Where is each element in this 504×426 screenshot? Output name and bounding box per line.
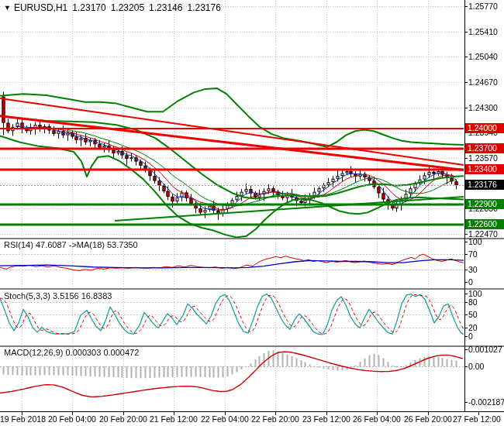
chart-title: ▼EURUSD,H11.231701.232051.231461.23176 (4, 2, 221, 13)
price-level-badge: 1.24000 (465, 123, 504, 133)
price-level-badge: 1.22900 (465, 199, 504, 209)
price-tick-label: 1.23570 (468, 153, 498, 163)
time-tick-label: 26 Feb 04:00 (353, 414, 401, 424)
time-tick-label: 21 Feb 12:00 (150, 414, 198, 424)
stoch-tick-label: 50 (468, 310, 478, 319)
price-level-badge: 1.23176 (465, 180, 504, 190)
time-tick-label: 23 Feb 12:00 (302, 414, 350, 424)
time-tick-label: 26 Feb 20:00 (404, 414, 452, 424)
rsi-tick-label: 30 (468, 265, 478, 274)
price-tick-label: 1.25040 (468, 52, 498, 61)
stoch-indicator-label: Stoch(5,3,3) 3.5156 16.8383 (4, 291, 112, 301)
chart-window: ▼EURUSD,H11.231701.232051.231461.23176 R… (0, 0, 504, 426)
symbol-period-label: EURUSD,H1 (14, 2, 67, 13)
time-tick-label: 22 Feb 20:00 (251, 414, 299, 424)
price-tick-label: 1.25770 (468, 2, 498, 11)
price-level-badge: 1.22600 (465, 219, 504, 229)
macd-tick-label: -0.002187 (468, 397, 504, 407)
ohlc-close: 1.23176 (187, 2, 220, 13)
rsi-tick-label: 100 (468, 237, 482, 246)
macd-tick-label: 0.001027 (468, 345, 502, 354)
price-level-badge: 1.23400 (465, 164, 504, 174)
time-tick-label: 19 Feb 2018 (0, 414, 46, 424)
rsi-indicator-label: RSI(14) 47.6087 ->MA(18) 53.7350 (4, 240, 138, 249)
macd-indicator-label: MACD(12,26,9) 0.000303 0.000472 (4, 348, 139, 357)
time-tick-label: 27 Feb 12:00 (453, 414, 501, 424)
ohlc-open: 1.23170 (72, 2, 105, 13)
time-tick-label: 22 Feb 04:00 (201, 414, 249, 424)
ohlc-low: 1.23146 (149, 2, 182, 13)
stoch-tick-label: 0 (468, 332, 473, 341)
rsi-tick-label: 0 (468, 277, 473, 287)
price-tick-label: 1.24670 (468, 77, 498, 87)
price-tick-label: 1.25410 (468, 27, 498, 36)
ohlc-high: 1.23205 (111, 2, 144, 13)
price-level-badge: 1.23700 (465, 143, 504, 153)
price-tick-label: 1.24300 (468, 103, 498, 112)
symbol-dropdown-icon[interactable]: ▼ (4, 4, 11, 12)
chart-canvas[interactable] (0, 0, 504, 426)
rsi-tick-label: 70 (468, 249, 478, 259)
stoch-tick-label: 80 (468, 297, 478, 307)
macd-tick-label: 0.00 (468, 362, 484, 371)
time-tick-label: 20 Feb 04:00 (48, 414, 96, 424)
time-tick-label: 20 Feb 20:00 (99, 414, 147, 424)
